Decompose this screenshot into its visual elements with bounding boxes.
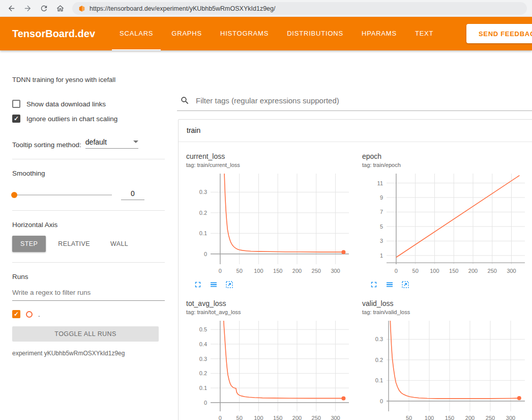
browser-toolbar: https://tensorboard.dev/experiment/yKUbh… — [0, 0, 532, 17]
svg-text:50: 50 — [237, 268, 243, 274]
svg-text:0.1: 0.1 — [199, 230, 207, 236]
svg-text:100: 100 — [254, 268, 263, 274]
tensorboard-favicon — [78, 5, 85, 12]
app-title[interactable]: TensorBoard.dev — [12, 17, 95, 50]
scalars-dashboard: train current_loss tag: train/current_lo… — [177, 91, 532, 420]
tag-group-title[interactable]: train — [179, 120, 532, 142]
app-header: TensorBoard.dev SCALARS GRAPHS HISTOGRAM… — [0, 17, 532, 50]
axis-wall-button[interactable]: WALL — [102, 236, 136, 252]
runs-label: Runs — [12, 273, 165, 281]
full-width-icon[interactable] — [385, 280, 394, 289]
svg-text:0.1: 0.1 — [375, 377, 383, 383]
home-icon[interactable] — [54, 3, 66, 15]
search-icon — [180, 96, 190, 105]
run-row: . — [12, 310, 165, 318]
runs-filter-input[interactable] — [12, 286, 165, 301]
tab-histograms[interactable]: HISTOGRAMS — [213, 17, 276, 50]
show-download-links-label: Show data download links — [26, 100, 106, 108]
forward-icon[interactable] — [21, 3, 34, 15]
tooltip-sorting-select[interactable]: default — [85, 138, 138, 149]
smoothing-slider[interactable] — [12, 194, 112, 195]
svg-text:50: 50 — [412, 268, 419, 274]
svg-text:3: 3 — [380, 238, 383, 244]
tab-graphs[interactable]: GRAPHS — [164, 17, 210, 50]
svg-text:200: 200 — [292, 268, 302, 274]
run-checkbox[interactable] — [12, 310, 20, 318]
svg-text:0: 0 — [380, 398, 383, 404]
svg-text:250: 250 — [312, 415, 321, 420]
chart-toolbar — [186, 280, 354, 289]
svg-text:200: 200 — [292, 415, 302, 420]
axis-relative-button[interactable]: RELATIVE — [50, 236, 98, 252]
tab-scalars[interactable]: SCALARS — [112, 17, 161, 50]
full-width-icon[interactable] — [209, 280, 218, 289]
chart-title: epoch — [362, 152, 530, 160]
top-navigation: SCALARS GRAPHS HISTOGRAMS DISTRIBUTIONS … — [110, 17, 442, 50]
line-chart-tot-avg-loss[interactable]: 05010015020025030000.10.20.30.40.5 — [186, 318, 354, 420]
svg-text:0.3: 0.3 — [199, 356, 207, 362]
toggle-all-runs-button[interactable]: TOGGLE ALL RUNS — [12, 326, 159, 342]
experiment-header: TDNN training for yesno with icefall — [0, 50, 532, 91]
svg-text:0: 0 — [219, 415, 222, 420]
svg-text:1: 1 — [380, 253, 383, 259]
svg-text:0.4: 0.4 — [199, 341, 207, 347]
horizontal-axis-label: Horizontal Axis — [12, 221, 165, 229]
send-feedback-button[interactable]: SEND FEEDBACK — [466, 24, 532, 43]
show-download-links-checkbox[interactable] — [12, 100, 20, 108]
tab-hparams[interactable]: HPARAMS — [354, 17, 404, 50]
svg-text:100: 100 — [430, 268, 439, 274]
svg-text:50: 50 — [237, 415, 243, 420]
chart-tag: tag: train/current_loss — [186, 162, 354, 168]
tag-group-card: train current_loss tag: train/current_lo… — [178, 119, 532, 420]
chart-card-valid-loss: valid_loss tag: train/valid_loss 5010015… — [362, 299, 530, 420]
svg-text:7: 7 — [380, 209, 383, 215]
axis-step-button[interactable]: STEP — [12, 236, 46, 252]
svg-text:0: 0 — [204, 251, 207, 257]
line-chart-epoch[interactable]: 0501001502002503001357911 — [362, 171, 530, 278]
ignore-outliers-label: Ignore outliers in chart scaling — [26, 115, 117, 123]
svg-text:50: 50 — [406, 415, 412, 420]
tag-filter-input[interactable] — [195, 96, 529, 105]
chevron-down-icon — [133, 141, 138, 143]
reload-icon[interactable] — [38, 3, 50, 15]
slider-thumb[interactable] — [11, 192, 17, 198]
svg-text:0: 0 — [395, 268, 398, 274]
fit-domain-icon[interactable] — [401, 280, 410, 289]
svg-text:0: 0 — [219, 268, 222, 274]
chart-toolbar — [362, 280, 530, 289]
svg-text:250: 250 — [486, 415, 495, 420]
svg-text:0.2: 0.2 — [199, 210, 207, 216]
fullscreen-icon[interactable] — [369, 280, 378, 289]
svg-text:250: 250 — [488, 268, 497, 274]
line-chart-current-loss[interactable]: 05010015020025030000.10.20.3 — [186, 171, 354, 278]
url-text: https://tensorboard.dev/experiment/yKUbh… — [90, 5, 275, 12]
svg-text:200: 200 — [465, 415, 475, 420]
settings-sidebar: Show data download links Ignore outliers… — [0, 91, 177, 420]
svg-text:5: 5 — [380, 223, 383, 230]
tab-distributions[interactable]: DISTRIBUTIONS — [279, 17, 351, 50]
chart-tag: tag: train/valid_loss — [362, 309, 530, 315]
svg-text:300: 300 — [507, 268, 516, 274]
smoothing-label: Smoothing — [12, 170, 165, 177]
svg-text:9: 9 — [380, 194, 383, 201]
divider — [12, 210, 165, 211]
svg-text:0.5: 0.5 — [199, 326, 207, 332]
divider — [12, 262, 165, 263]
svg-text:300: 300 — [506, 415, 515, 420]
svg-text:200: 200 — [468, 268, 478, 274]
smoothing-value[interactable]: 0 — [121, 189, 144, 200]
svg-text:100: 100 — [254, 415, 263, 420]
ignore-outliers-checkbox[interactable] — [12, 115, 20, 123]
back-icon[interactable] — [5, 3, 17, 15]
chart-tag: tag: train/epoch — [362, 162, 530, 168]
tab-text[interactable]: TEXT — [407, 17, 441, 50]
chart-title: valid_loss — [362, 299, 530, 307]
svg-text:150: 150 — [445, 415, 454, 420]
chart-card-tot-avg-loss: tot_avg_loss tag: train/tot_avg_loss 050… — [186, 299, 354, 420]
chart-card-epoch: epoch tag: train/epoch 05010015020025030… — [362, 152, 530, 289]
fit-domain-icon[interactable] — [225, 280, 234, 289]
chart-title: tot_avg_loss — [186, 299, 354, 307]
fullscreen-icon[interactable] — [193, 280, 202, 289]
line-chart-valid-loss[interactable]: 5010015020025030000.10.20.3 — [362, 318, 530, 420]
address-bar[interactable]: https://tensorboard.dev/experiment/yKUbh… — [72, 2, 527, 15]
